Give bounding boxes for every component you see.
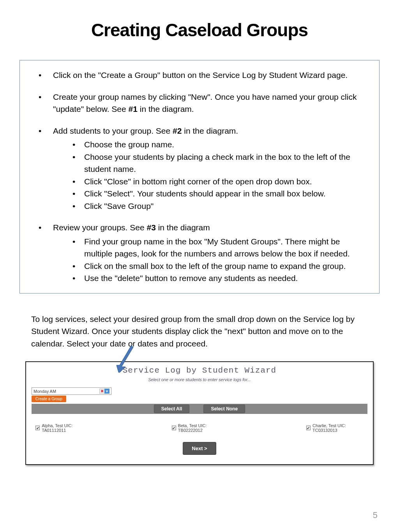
text: Add students to your group. See — [53, 126, 173, 135]
ref-bold: #1 — [129, 104, 138, 113]
sub-item: Click on the small box to the left of th… — [53, 260, 367, 272]
instruction-item: Click on the "Create a Group" button on … — [32, 69, 367, 81]
select-none-button[interactable]: Select None — [203, 405, 245, 413]
sub-item: Choose your students by placing a check … — [53, 151, 367, 175]
student-item: ✔ Beta, Test UIC: TB02222012 — [172, 423, 228, 433]
students-row: ✔ Alpha, Test UIC: TA01112011 ✔ Beta, Te… — [32, 423, 367, 433]
student-item: ✔ Alpha, Test UIC: TA01112011 — [35, 423, 94, 433]
wizard-screenshot: Service Log by Student Wizard Select one… — [25, 361, 374, 465]
instruction-item: Add students to your group. See #2 in th… — [32, 125, 367, 212]
next-button[interactable]: Next > — [183, 442, 216, 455]
create-group-button[interactable]: Create a Group — [32, 396, 66, 402]
text: in the diagram. — [138, 104, 194, 113]
ref-bold: #2 — [173, 126, 182, 135]
chevron-down-icon[interactable]: ▾ — [104, 389, 109, 394]
sub-item: Find your group name in the box "My Stud… — [53, 235, 367, 260]
sub-item: Click "Save Group" — [53, 200, 367, 212]
selection-bar: Select All Select None — [32, 404, 367, 414]
wizard-title: Service Log by Student Wizard — [32, 366, 367, 375]
sub-item: Choose the group name. — [53, 138, 367, 151]
group-value: Monday AM — [34, 389, 56, 394]
instruction-item: Review your groups. See #3 in the diagra… — [32, 221, 367, 285]
text: in the diagram — [156, 223, 210, 232]
text: Create your group names by clicking "New… — [53, 92, 357, 114]
text: in the diagram. — [182, 126, 238, 135]
instruction-item: Create your group names by clicking "New… — [32, 91, 367, 115]
ref-bold: #3 — [147, 223, 155, 232]
checkbox[interactable]: ✔ — [172, 426, 176, 430]
instructions-box: Click on the "Create a Group" button on … — [19, 60, 380, 293]
sub-item: Click "Close" in bottom right corner of … — [53, 175, 367, 188]
page-number: 5 — [373, 510, 378, 520]
student-label: Alpha, Test UIC: TA01112011 — [42, 423, 94, 433]
wizard-subtitle: Select one or more students to enter ser… — [32, 377, 367, 382]
page-title: Creating Caseload Groups — [19, 19, 380, 41]
group-dropdown[interactable]: Monday AM ✖ ▾ — [32, 387, 111, 395]
sub-item: Use the "delete" button to remove any st… — [53, 272, 367, 285]
student-label: Beta, Test UIC: TB02222012 — [178, 423, 228, 433]
text: Review your groups. See — [53, 223, 147, 232]
sub-item: Click "Select". Your students should app… — [53, 187, 367, 200]
checkbox[interactable]: ✔ — [35, 426, 40, 430]
select-all-button[interactable]: Select All — [154, 405, 190, 413]
student-label: Charlie, Test UIC: TC03132013 — [312, 423, 367, 433]
student-item: ✔ Charlie, Test UIC: TC03132013 — [306, 423, 367, 433]
body-paragraph: To log services, select your desired gro… — [31, 313, 368, 350]
clear-icon[interactable]: ✖ — [99, 389, 104, 394]
checkbox[interactable]: ✔ — [306, 426, 311, 430]
